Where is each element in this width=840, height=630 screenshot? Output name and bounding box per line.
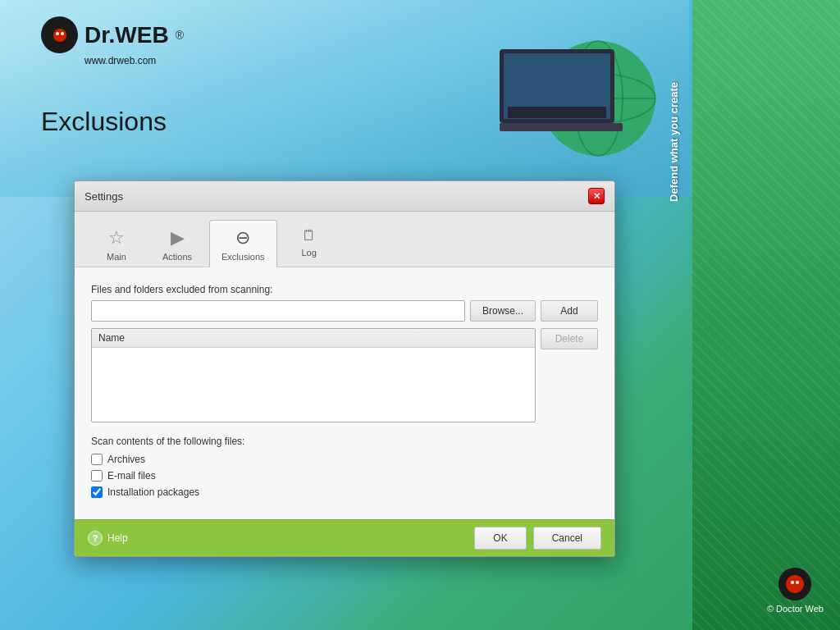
close-button[interactable]: ✕ bbox=[588, 188, 605, 204]
checkbox-installation[interactable] bbox=[91, 486, 103, 498]
background-green-right bbox=[692, 0, 840, 630]
checkbox-archives[interactable] bbox=[91, 454, 103, 465]
dialog-wrapper: Settings ✕ ☆ Main ▶ Actions ⊖ Exclusions… bbox=[74, 180, 615, 557]
svg-point-18 bbox=[786, 575, 804, 593]
checkbox-row-installation: Installation packages bbox=[91, 486, 598, 498]
dialog-content: Files and folders excluded from scanning… bbox=[75, 267, 614, 519]
logo-area: Dr.WEB ® www.drweb.com bbox=[41, 16, 184, 66]
svg-rect-9 bbox=[508, 107, 606, 118]
logo-image: Dr.WEB ® bbox=[41, 16, 184, 53]
checkbox-email[interactable] bbox=[91, 470, 103, 482]
cancel-button[interactable]: Cancel bbox=[533, 527, 601, 550]
svg-point-19 bbox=[791, 581, 794, 584]
svg-point-13 bbox=[61, 32, 64, 35]
tagline: Defend what you create bbox=[668, 82, 680, 202]
help-label: Help bbox=[107, 532, 128, 544]
logo-registered: ® bbox=[176, 29, 184, 42]
title-bar: Settings ✕ bbox=[75, 181, 614, 212]
browse-button[interactable]: Browse... bbox=[470, 300, 536, 322]
delete-button[interactable]: Delete bbox=[541, 328, 598, 349]
name-column-header: Name bbox=[92, 329, 535, 348]
tab-log[interactable]: 🗒 Log bbox=[281, 220, 338, 267]
path-input[interactable] bbox=[91, 300, 465, 322]
name-list-section: Name Delete bbox=[91, 328, 598, 422]
checkbox-row-archives: Archives bbox=[91, 454, 598, 465]
add-button[interactable]: Add bbox=[541, 300, 598, 322]
ok-button[interactable]: OK bbox=[474, 527, 526, 550]
svg-rect-7 bbox=[500, 123, 623, 131]
tab-log-label: Log bbox=[301, 248, 316, 258]
scan-section-label: Scan contents of the following files: bbox=[91, 436, 598, 447]
tab-log-icon: 🗒 bbox=[302, 227, 317, 244]
tab-main-label: Main bbox=[107, 252, 126, 262]
tab-actions-label: Actions bbox=[162, 252, 192, 262]
help-button[interactable]: ? Help bbox=[88, 531, 128, 546]
side-buttons: Delete bbox=[541, 328, 598, 422]
tab-exclusions[interactable]: ⊖ Exclusions bbox=[209, 220, 277, 267]
dialog-title: Settings bbox=[84, 190, 123, 203]
copyright-text: © Doctor Web bbox=[767, 604, 824, 614]
copyright-logo-icon bbox=[778, 568, 811, 600]
checkbox-email-label: E-mail files bbox=[107, 470, 156, 482]
svg-point-12 bbox=[56, 32, 59, 35]
tab-actions-icon: ▶ bbox=[171, 227, 185, 249]
footer-buttons: OK Cancel bbox=[474, 527, 601, 550]
settings-dialog: Settings ✕ ☆ Main ▶ Actions ⊖ Exclusions… bbox=[74, 180, 615, 557]
checkbox-archives-label: Archives bbox=[107, 454, 145, 465]
svg-point-20 bbox=[796, 581, 799, 584]
checkbox-row-email: E-mail files bbox=[91, 470, 598, 482]
name-list: Name bbox=[91, 328, 536, 422]
tab-actions[interactable]: ▶ Actions bbox=[148, 220, 206, 267]
checkbox-installation-label: Installation packages bbox=[107, 486, 199, 498]
name-list-body bbox=[92, 348, 535, 422]
tab-main[interactable]: ☆ Main bbox=[88, 220, 145, 267]
logo-spider-icon bbox=[41, 16, 78, 53]
toolbar: ☆ Main ▶ Actions ⊖ Exclusions 🗒 Log bbox=[75, 212, 614, 267]
logo-text: Dr.WEB bbox=[84, 22, 169, 48]
dialog-footer: ? Help OK Cancel bbox=[75, 519, 614, 556]
svg-point-11 bbox=[53, 29, 66, 42]
help-circle-icon: ? bbox=[88, 531, 103, 546]
copyright-area: © Doctor Web bbox=[767, 568, 824, 614]
logo-url: www.drweb.com bbox=[84, 55, 156, 66]
tab-main-icon: ☆ bbox=[108, 227, 125, 249]
header-graphic bbox=[450, 8, 680, 176]
path-input-row: Browse... Add bbox=[91, 300, 598, 322]
page-title: Exclusions bbox=[41, 107, 167, 137]
tab-exclusions-label: Exclusions bbox=[221, 252, 265, 262]
tab-exclusions-icon: ⊖ bbox=[235, 227, 250, 249]
files-section-label: Files and folders excluded from scanning… bbox=[91, 284, 598, 295]
